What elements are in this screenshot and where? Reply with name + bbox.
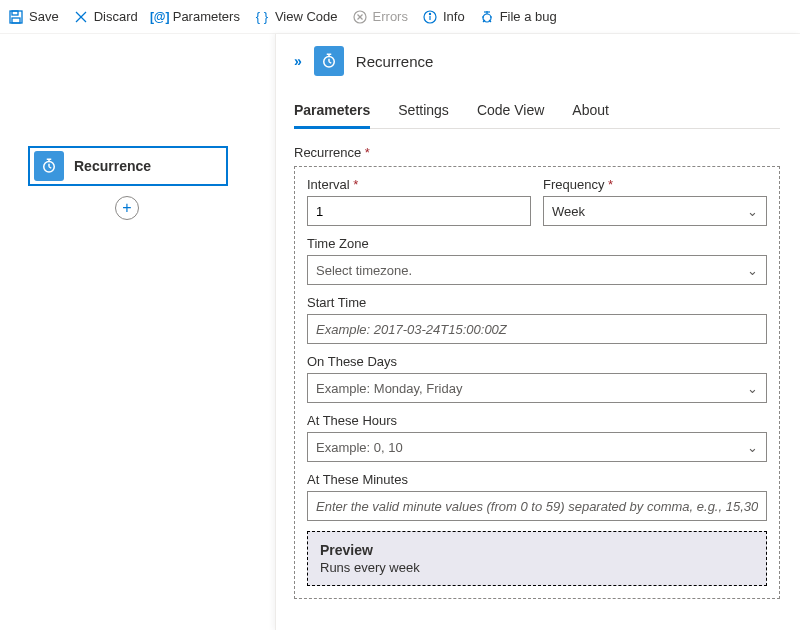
tab-about[interactable]: About — [572, 94, 609, 128]
preview-title: Preview — [320, 542, 754, 558]
discard-label: Discard — [94, 9, 138, 24]
start-time-input[interactable] — [307, 314, 767, 344]
clock-icon — [34, 151, 64, 181]
interval-input[interactable] — [307, 196, 531, 226]
frequency-select[interactable]: Week ⌄ — [543, 196, 767, 226]
recurrence-node[interactable]: Recurrence — [28, 146, 228, 186]
tab-parameters[interactable]: Parameters — [294, 94, 370, 129]
svg-line-25 — [329, 62, 331, 64]
svg-rect-1 — [12, 11, 18, 15]
info-button[interactable]: Info — [422, 9, 465, 25]
details-panel: » Recurrence Parameters Settings Code Vi… — [275, 34, 800, 630]
toolbar: Save Discard [@] Parameters { } View Cod… — [0, 0, 800, 34]
chevron-down-icon: ⌄ — [747, 263, 758, 278]
errors-label: Errors — [373, 9, 408, 24]
clock-icon — [314, 46, 344, 76]
days-value: Example: Monday, Friday — [316, 381, 462, 396]
panel-header: » Recurrence — [294, 46, 780, 76]
bug-icon — [479, 9, 495, 25]
bug-label: File a bug — [500, 9, 557, 24]
preview-text: Runs every week — [320, 560, 754, 575]
hours-value: Example: 0, 10 — [316, 440, 403, 455]
discard-button[interactable]: Discard — [73, 9, 138, 25]
info-icon — [422, 9, 438, 25]
save-label: Save — [29, 9, 59, 24]
start-time-label: Start Time — [307, 295, 767, 310]
add-step-button[interactable]: + — [115, 196, 139, 220]
frequency-value: Week — [552, 204, 585, 219]
recurrence-form: Interval Frequency Week ⌄ Time Zone Sele… — [294, 166, 780, 599]
node-label: Recurrence — [74, 158, 151, 174]
hours-select[interactable]: Example: 0, 10 ⌄ — [307, 432, 767, 462]
view-code-label: View Code — [275, 9, 338, 24]
info-label: Info — [443, 9, 465, 24]
parameters-icon: [@] — [152, 9, 168, 25]
code-icon: { } — [254, 9, 270, 25]
panel-title: Recurrence — [356, 53, 434, 70]
discard-icon — [73, 9, 89, 25]
frequency-label: Frequency — [543, 177, 767, 192]
view-code-button[interactable]: { } View Code — [254, 9, 338, 25]
errors-button: Errors — [352, 9, 408, 25]
preview-box: Preview Runs every week — [307, 531, 767, 586]
plus-icon: + — [122, 199, 131, 217]
tabs: Parameters Settings Code View About — [294, 94, 780, 129]
days-select[interactable]: Example: Monday, Friday ⌄ — [307, 373, 767, 403]
timezone-label: Time Zone — [307, 236, 767, 251]
timezone-value: Select timezone. — [316, 263, 412, 278]
svg-rect-2 — [12, 18, 20, 23]
hours-label: At These Hours — [307, 413, 767, 428]
timezone-select[interactable]: Select timezone. ⌄ — [307, 255, 767, 285]
chevron-down-icon: ⌄ — [747, 381, 758, 396]
interval-label: Interval — [307, 177, 531, 192]
designer-canvas[interactable]: Recurrence + — [0, 34, 275, 630]
tab-settings[interactable]: Settings — [398, 94, 449, 128]
svg-point-10 — [429, 13, 430, 14]
bug-button[interactable]: File a bug — [479, 9, 557, 25]
parameters-label: Parameters — [173, 9, 240, 24]
save-button[interactable]: Save — [8, 9, 59, 25]
days-label: On These Days — [307, 354, 767, 369]
tab-code-view[interactable]: Code View — [477, 94, 544, 128]
errors-icon — [352, 9, 368, 25]
collapse-button[interactable]: » — [294, 53, 302, 69]
parameters-button[interactable]: [@] Parameters — [152, 9, 240, 25]
chevron-down-icon: ⌄ — [747, 440, 758, 455]
chevron-down-icon: ⌄ — [747, 204, 758, 219]
minutes-input[interactable] — [307, 491, 767, 521]
main-area: Recurrence + » Recurrence Parameters Set… — [0, 34, 800, 630]
chevron-right-icon: » — [294, 53, 302, 69]
svg-line-20 — [49, 167, 51, 169]
minutes-label: At These Minutes — [307, 472, 767, 487]
save-icon — [8, 9, 24, 25]
section-label: Recurrence — [294, 145, 780, 160]
